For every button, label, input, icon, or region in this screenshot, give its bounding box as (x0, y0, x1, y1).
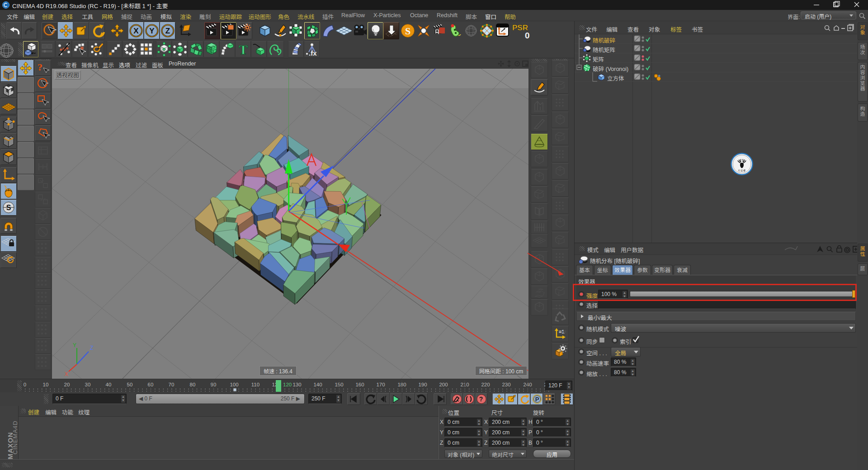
svg-text:Z: Z (90, 345, 93, 351)
svg-text:50: 50 (127, 382, 133, 387)
svg-text:.fx: .fx (309, 49, 317, 57)
svg-text:S: S (6, 204, 11, 212)
svg-text:Y: Y (73, 342, 76, 348)
svg-text:?: ? (479, 395, 483, 403)
svg-text:X: X (133, 27, 139, 35)
svg-text:Z: Z (165, 27, 170, 35)
svg-text:10: 10 (43, 382, 49, 387)
svg-text:120: 120 (283, 382, 292, 387)
svg-text:0: 0 (24, 382, 26, 387)
svg-text:80: 80 (190, 382, 196, 387)
svg-text:S: S (405, 25, 410, 37)
svg-text:110: 110 (251, 382, 259, 387)
svg-text:T: T (239, 42, 248, 57)
svg-text:20: 20 (64, 382, 70, 387)
svg-text:160: 160 (355, 382, 364, 387)
svg-text:行走者: 行走者 (738, 169, 746, 172)
svg-text:0: 0 (525, 31, 530, 40)
svg-text:?: ? (38, 61, 42, 73)
svg-text:40: 40 (106, 382, 112, 387)
svg-text:200: 200 (439, 382, 448, 387)
svg-text:140: 140 (313, 382, 322, 387)
svg-text:P: P (535, 396, 539, 403)
svg-text:Y: Y (149, 27, 155, 35)
svg-text:230: 230 (502, 382, 510, 387)
svg-text:170: 170 (376, 382, 385, 387)
svg-text:220: 220 (481, 382, 490, 387)
svg-text:190: 190 (418, 382, 427, 387)
svg-text:130: 130 (292, 382, 301, 387)
svg-text:70: 70 (169, 382, 175, 387)
svg-text:X: X (65, 371, 68, 377)
svg-text:100: 100 (230, 382, 238, 387)
